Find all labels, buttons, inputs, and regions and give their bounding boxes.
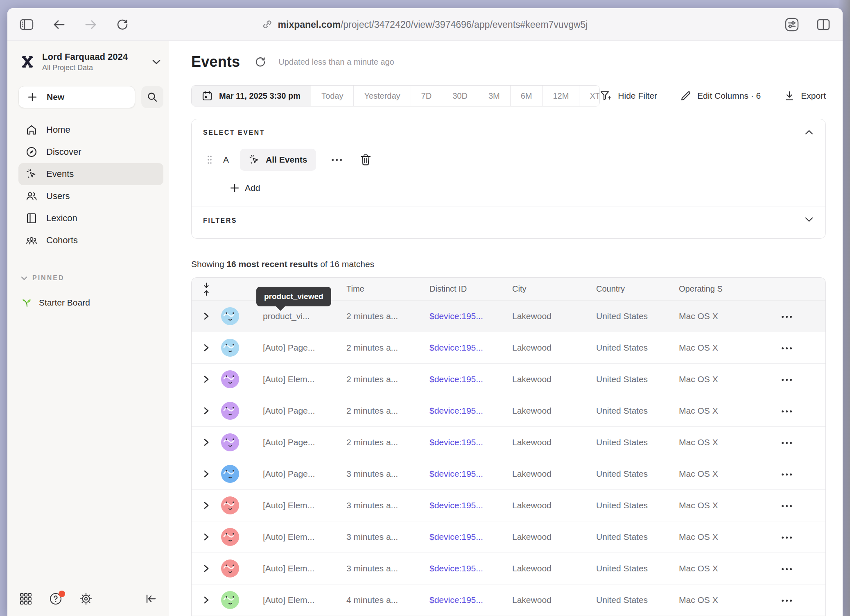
event-time: 2 minutes a... [346,406,430,416]
range-30d[interactable]: 30D [442,86,478,106]
updated-status: Updated less than a minute ago [278,57,394,67]
address-bar[interactable]: mixpanel.com/project/3472420/view/397469… [262,19,588,30]
expand-row-button[interactable] [192,407,221,415]
table-row[interactable]: [Auto] Page... 2 minutes a... $device:19… [192,332,825,364]
row-actions-button[interactable] [779,345,794,352]
distinct-id[interactable]: $device:195... [430,311,512,321]
chevron-right-icon [203,344,210,352]
table-row[interactable]: [Auto] Page... 2 minutes a... $device:19… [192,427,825,458]
help-button[interactable] [48,591,63,606]
split-view-icon [816,18,830,31]
reload-button[interactable] [115,17,130,32]
row-actions-button[interactable] [779,503,794,510]
sidebar-item-discover[interactable]: Discover [18,141,163,163]
distinct-id[interactable]: $device:195... [430,437,512,447]
expand-row-button[interactable] [192,470,221,478]
range-3m[interactable]: 3M [478,86,511,106]
new-button[interactable]: New [18,86,135,108]
date-picker-button[interactable]: Mar 11, 2025 3:30 pm [192,86,311,106]
back-button[interactable] [51,17,67,32]
expand-row-button[interactable] [192,596,221,604]
sort-direction-button[interactable] [201,281,212,298]
table-row[interactable]: [Auto] Elem... 2 minutes a... $device:19… [192,364,825,395]
distinct-id[interactable]: $device:195... [430,374,512,384]
edit-columns-button[interactable]: Edit Columns · 6 [680,90,761,102]
expand-row-button[interactable] [192,312,221,320]
table-row[interactable]: [Auto] Elem... 3 minutes a... $device:19… [192,490,825,521]
range-xtd[interactable]: XTD [579,86,600,106]
column-header-country[interactable]: Country [596,284,679,294]
row-actions-button[interactable] [779,597,794,604]
add-event-button[interactable]: Add [230,183,260,193]
expand-row-button[interactable] [192,375,221,383]
sidebar-item-lexicon[interactable]: Lexicon [18,207,163,229]
city: Lakewood [512,564,596,573]
more-icon [782,505,792,507]
range-yesterday[interactable]: Yesterday [354,86,411,106]
row-actions-button[interactable] [779,313,794,320]
table-row[interactable]: [Auto] Page... 2 minutes a... $device:19… [192,395,825,427]
range-7d[interactable]: 7D [411,86,443,106]
column-header-time[interactable]: Time [346,284,430,294]
distinct-id[interactable]: $device:195... [430,500,512,510]
collapse-section-button[interactable] [803,128,815,136]
expand-row-button[interactable] [192,533,221,541]
event-more-button[interactable] [329,156,344,163]
export-button[interactable]: Export [784,90,826,102]
expand-filters-button[interactable] [803,215,815,224]
sidebar-item-starter-board[interactable]: Starter Board [22,297,163,308]
event-selector-label: All Events [266,155,307,165]
event-selector-button[interactable]: All Events [240,149,316,171]
expand-row-button[interactable] [192,564,221,573]
sort-up-down-icon [203,282,210,296]
column-header-os[interactable]: Operating S [679,284,766,294]
range-today[interactable]: Today [311,86,354,106]
table-row[interactable]: [Auto] Elem... 3 minutes a... $device:19… [192,521,825,553]
sidebar-item-events[interactable]: Events [18,163,163,185]
distinct-id[interactable]: $device:195... [430,532,512,542]
distinct-id[interactable]: $device:195... [430,406,512,416]
row-actions-button[interactable] [779,566,794,573]
search-button[interactable] [141,86,163,108]
notification-dot [59,591,65,597]
event-avatar [221,591,239,609]
settings-button[interactable] [79,591,93,606]
column-header-city[interactable]: City [512,284,596,294]
delete-event-button[interactable] [357,151,374,168]
table-row[interactable]: [Auto] Page... 3 minutes a... $device:19… [192,458,825,490]
distinct-id[interactable]: $device:195... [430,343,512,353]
expand-row-button[interactable] [192,438,221,446]
distinct-id[interactable]: $device:195... [430,564,512,573]
expand-row-button[interactable] [192,344,221,352]
apps-grid-icon [20,593,32,605]
range-6m[interactable]: 6M [511,86,543,106]
sidebar-item-home[interactable]: Home [18,119,163,141]
sidebar-item-cohorts[interactable]: Cohorts [18,229,163,251]
expand-row-button[interactable] [192,501,221,510]
project-switcher[interactable]: Lord Farquaad 2024 All Project Data [18,50,163,72]
table-row[interactable]: [Auto] Elem... 3 minutes a... $device:19… [192,553,825,584]
row-actions-button[interactable] [779,471,794,478]
sidebar-item-users[interactable]: Users [18,185,163,207]
forward-button[interactable] [83,17,99,32]
browser-settings-button[interactable] [783,16,801,34]
range-12m[interactable]: 12M [543,86,579,106]
hide-filter-button[interactable]: Hide Filter [600,90,657,102]
column-header-distinct-id[interactable]: Distinct ID [430,284,512,294]
pinned-section-toggle[interactable]: PINNED [21,274,163,282]
browser-sidebar-toggle-button[interactable] [18,17,35,32]
distinct-id[interactable]: $device:195... [430,469,512,479]
apps-grid-button[interactable] [19,592,33,606]
collapse-sidebar-icon [145,593,156,604]
table-row[interactable]: [Auto] Elem... 4 minutes a... $device:19… [192,584,825,616]
row-actions-button[interactable] [779,376,794,383]
row-actions-button[interactable] [779,439,794,446]
collapse-sidebar-button[interactable] [144,593,157,605]
distinct-id[interactable]: $device:195... [430,595,512,605]
chevron-right-icon [203,470,210,478]
row-actions-button[interactable] [779,408,794,415]
split-view-button[interactable] [815,17,832,32]
refresh-button[interactable] [255,56,266,68]
drag-handle[interactable] [207,155,212,164]
row-actions-button[interactable] [779,534,794,541]
